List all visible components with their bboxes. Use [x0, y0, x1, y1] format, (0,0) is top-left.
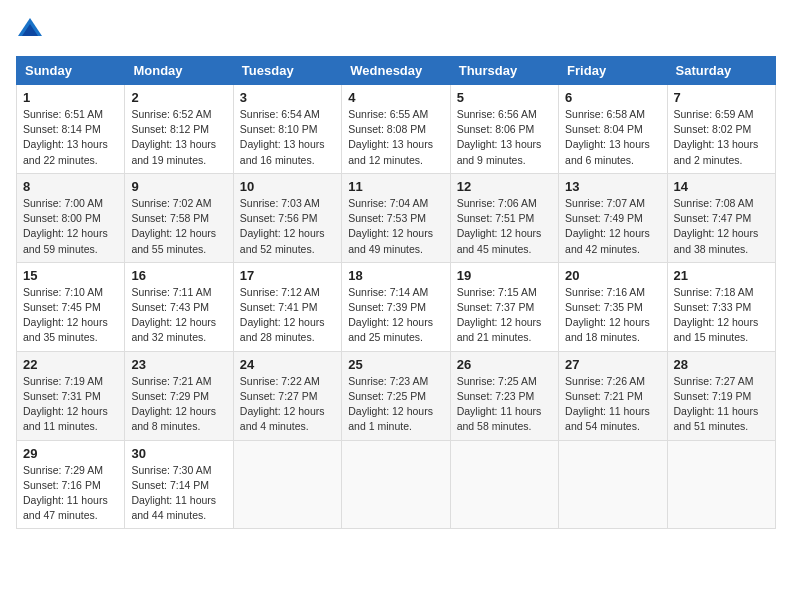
- calendar-cell: 6Sunrise: 6:58 AMSunset: 8:04 PMDaylight…: [559, 85, 667, 174]
- calendar-cell: 1Sunrise: 6:51 AMSunset: 8:14 PMDaylight…: [17, 85, 125, 174]
- calendar-cell: [667, 440, 775, 529]
- cell-info: Sunrise: 7:25 AMSunset: 7:23 PMDaylight:…: [457, 374, 552, 435]
- calendar-cell: 3Sunrise: 6:54 AMSunset: 8:10 PMDaylight…: [233, 85, 341, 174]
- calendar-week-row: 8Sunrise: 7:00 AMSunset: 8:00 PMDaylight…: [17, 173, 776, 262]
- day-number: 5: [457, 90, 552, 105]
- day-number: 12: [457, 179, 552, 194]
- cell-info: Sunrise: 7:06 AMSunset: 7:51 PMDaylight:…: [457, 196, 552, 257]
- calendar-cell: 4Sunrise: 6:55 AMSunset: 8:08 PMDaylight…: [342, 85, 450, 174]
- calendar-cell: 21Sunrise: 7:18 AMSunset: 7:33 PMDayligh…: [667, 262, 775, 351]
- day-number: 14: [674, 179, 769, 194]
- day-number: 17: [240, 268, 335, 283]
- day-number: 16: [131, 268, 226, 283]
- calendar-cell: 9Sunrise: 7:02 AMSunset: 7:58 PMDaylight…: [125, 173, 233, 262]
- cell-info: Sunrise: 7:21 AMSunset: 7:29 PMDaylight:…: [131, 374, 226, 435]
- day-number: 25: [348, 357, 443, 372]
- calendar-cell: 7Sunrise: 6:59 AMSunset: 8:02 PMDaylight…: [667, 85, 775, 174]
- calendar-cell: 13Sunrise: 7:07 AMSunset: 7:49 PMDayligh…: [559, 173, 667, 262]
- day-number: 6: [565, 90, 660, 105]
- cell-info: Sunrise: 7:19 AMSunset: 7:31 PMDaylight:…: [23, 374, 118, 435]
- calendar-cell: 11Sunrise: 7:04 AMSunset: 7:53 PMDayligh…: [342, 173, 450, 262]
- day-number: 18: [348, 268, 443, 283]
- day-number: 4: [348, 90, 443, 105]
- cell-info: Sunrise: 7:27 AMSunset: 7:19 PMDaylight:…: [674, 374, 769, 435]
- calendar-cell: 30Sunrise: 7:30 AMSunset: 7:14 PMDayligh…: [125, 440, 233, 529]
- calendar-week-row: 15Sunrise: 7:10 AMSunset: 7:45 PMDayligh…: [17, 262, 776, 351]
- calendar-cell: [559, 440, 667, 529]
- cell-info: Sunrise: 7:18 AMSunset: 7:33 PMDaylight:…: [674, 285, 769, 346]
- day-number: 20: [565, 268, 660, 283]
- cell-info: Sunrise: 7:02 AMSunset: 7:58 PMDaylight:…: [131, 196, 226, 257]
- day-of-week-header: Monday: [125, 57, 233, 85]
- cell-info: Sunrise: 6:51 AMSunset: 8:14 PMDaylight:…: [23, 107, 118, 168]
- day-number: 23: [131, 357, 226, 372]
- calendar-header: SundayMondayTuesdayWednesdayThursdayFrid…: [17, 57, 776, 85]
- calendar-week-row: 22Sunrise: 7:19 AMSunset: 7:31 PMDayligh…: [17, 351, 776, 440]
- cell-info: Sunrise: 6:59 AMSunset: 8:02 PMDaylight:…: [674, 107, 769, 168]
- day-of-week-header: Sunday: [17, 57, 125, 85]
- calendar-cell: 14Sunrise: 7:08 AMSunset: 7:47 PMDayligh…: [667, 173, 775, 262]
- calendar-cell: 8Sunrise: 7:00 AMSunset: 8:00 PMDaylight…: [17, 173, 125, 262]
- cell-info: Sunrise: 7:11 AMSunset: 7:43 PMDaylight:…: [131, 285, 226, 346]
- cell-info: Sunrise: 7:04 AMSunset: 7:53 PMDaylight:…: [348, 196, 443, 257]
- day-of-week-header: Saturday: [667, 57, 775, 85]
- calendar-cell: 24Sunrise: 7:22 AMSunset: 7:27 PMDayligh…: [233, 351, 341, 440]
- cell-info: Sunrise: 7:07 AMSunset: 7:49 PMDaylight:…: [565, 196, 660, 257]
- calendar-cell: [233, 440, 341, 529]
- day-of-week-header: Wednesday: [342, 57, 450, 85]
- day-number: 7: [674, 90, 769, 105]
- cell-info: Sunrise: 7:16 AMSunset: 7:35 PMDaylight:…: [565, 285, 660, 346]
- calendar-cell: 27Sunrise: 7:26 AMSunset: 7:21 PMDayligh…: [559, 351, 667, 440]
- cell-info: Sunrise: 7:14 AMSunset: 7:39 PMDaylight:…: [348, 285, 443, 346]
- calendar-cell: 18Sunrise: 7:14 AMSunset: 7:39 PMDayligh…: [342, 262, 450, 351]
- day-number: 3: [240, 90, 335, 105]
- cell-info: Sunrise: 7:30 AMSunset: 7:14 PMDaylight:…: [131, 463, 226, 524]
- cell-info: Sunrise: 7:15 AMSunset: 7:37 PMDaylight:…: [457, 285, 552, 346]
- calendar-cell: [342, 440, 450, 529]
- cell-info: Sunrise: 7:22 AMSunset: 7:27 PMDaylight:…: [240, 374, 335, 435]
- calendar-cell: 26Sunrise: 7:25 AMSunset: 7:23 PMDayligh…: [450, 351, 558, 440]
- cell-info: Sunrise: 7:10 AMSunset: 7:45 PMDaylight:…: [23, 285, 118, 346]
- cell-info: Sunrise: 7:00 AMSunset: 8:00 PMDaylight:…: [23, 196, 118, 257]
- day-of-week-header: Friday: [559, 57, 667, 85]
- day-number: 8: [23, 179, 118, 194]
- day-of-week-header: Thursday: [450, 57, 558, 85]
- cell-info: Sunrise: 7:03 AMSunset: 7:56 PMDaylight:…: [240, 196, 335, 257]
- day-number: 21: [674, 268, 769, 283]
- day-number: 10: [240, 179, 335, 194]
- page-header: [16, 16, 776, 44]
- cell-info: Sunrise: 7:12 AMSunset: 7:41 PMDaylight:…: [240, 285, 335, 346]
- calendar-cell: 16Sunrise: 7:11 AMSunset: 7:43 PMDayligh…: [125, 262, 233, 351]
- calendar-cell: 19Sunrise: 7:15 AMSunset: 7:37 PMDayligh…: [450, 262, 558, 351]
- cell-info: Sunrise: 6:58 AMSunset: 8:04 PMDaylight:…: [565, 107, 660, 168]
- day-number: 30: [131, 446, 226, 461]
- day-number: 27: [565, 357, 660, 372]
- calendar-cell: 29Sunrise: 7:29 AMSunset: 7:16 PMDayligh…: [17, 440, 125, 529]
- day-number: 11: [348, 179, 443, 194]
- day-number: 28: [674, 357, 769, 372]
- calendar-cell: 28Sunrise: 7:27 AMSunset: 7:19 PMDayligh…: [667, 351, 775, 440]
- day-number: 13: [565, 179, 660, 194]
- calendar-table: SundayMondayTuesdayWednesdayThursdayFrid…: [16, 56, 776, 529]
- calendar-cell: [450, 440, 558, 529]
- day-number: 22: [23, 357, 118, 372]
- cell-info: Sunrise: 6:56 AMSunset: 8:06 PMDaylight:…: [457, 107, 552, 168]
- calendar-week-row: 1Sunrise: 6:51 AMSunset: 8:14 PMDaylight…: [17, 85, 776, 174]
- day-number: 9: [131, 179, 226, 194]
- cell-info: Sunrise: 7:08 AMSunset: 7:47 PMDaylight:…: [674, 196, 769, 257]
- day-number: 2: [131, 90, 226, 105]
- logo: [16, 16, 48, 44]
- day-of-week-header: Tuesday: [233, 57, 341, 85]
- calendar-cell: 15Sunrise: 7:10 AMSunset: 7:45 PMDayligh…: [17, 262, 125, 351]
- calendar-cell: 23Sunrise: 7:21 AMSunset: 7:29 PMDayligh…: [125, 351, 233, 440]
- day-number: 26: [457, 357, 552, 372]
- calendar-cell: 12Sunrise: 7:06 AMSunset: 7:51 PMDayligh…: [450, 173, 558, 262]
- calendar-cell: 22Sunrise: 7:19 AMSunset: 7:31 PMDayligh…: [17, 351, 125, 440]
- day-number: 24: [240, 357, 335, 372]
- calendar-cell: 5Sunrise: 6:56 AMSunset: 8:06 PMDaylight…: [450, 85, 558, 174]
- day-number: 19: [457, 268, 552, 283]
- cell-info: Sunrise: 6:55 AMSunset: 8:08 PMDaylight:…: [348, 107, 443, 168]
- calendar-cell: 10Sunrise: 7:03 AMSunset: 7:56 PMDayligh…: [233, 173, 341, 262]
- calendar-week-row: 29Sunrise: 7:29 AMSunset: 7:16 PMDayligh…: [17, 440, 776, 529]
- calendar-cell: 17Sunrise: 7:12 AMSunset: 7:41 PMDayligh…: [233, 262, 341, 351]
